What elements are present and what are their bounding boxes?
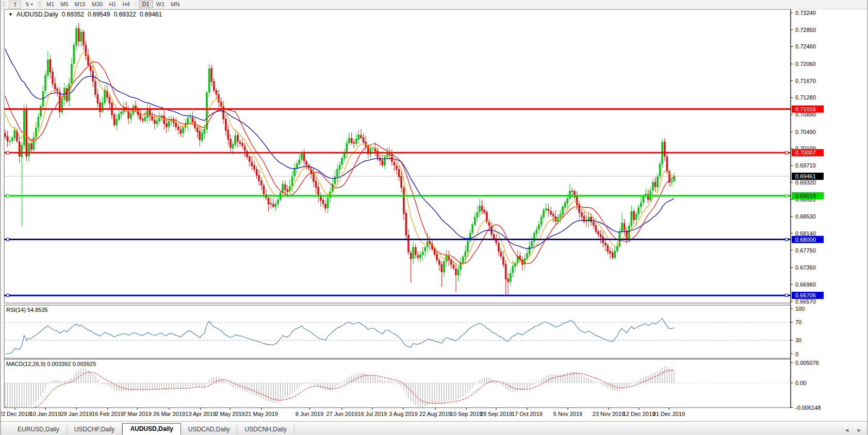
svg-text:0.00: 0.00 [795,380,806,386]
trading-terminal-window: { "toolbar": { "text_tool": "T", "dropdo… [0,0,868,435]
price-axis[interactable]: 0.732400.728500.724600.720600.716700.712… [791,10,824,305]
svg-text:0.69320: 0.69320 [795,179,816,186]
collapse-triangle-icon[interactable]: ▼ [8,12,13,17]
timeframe-w1[interactable]: W1 [153,1,168,8]
text-tool-button[interactable]: T [9,1,21,9]
svg-text:16 Feb 2019: 16 Feb 2019 [92,411,124,417]
svg-text:0.68000: 0.68000 [795,237,816,243]
top-toolbar: T ⇅ ▼ M1 M5 M15 M30 H1 H4 D1 W1 MN [1,0,867,9]
svg-text:22 Aug 2019: 22 Aug 2019 [419,411,451,417]
timeframe-d1[interactable]: D1 [139,1,153,8]
toolbar-separator [136,2,136,8]
tab-usdcnh-daily[interactable]: USDCNH,Daily [237,425,294,434]
svg-text:5 Nov 2019: 5 Nov 2019 [553,411,582,417]
toolbar-grip[interactable] [38,2,41,8]
timeframe-mn[interactable]: MN [168,1,183,8]
svg-text:29 Jan 2019: 29 Jan 2019 [61,411,92,417]
svg-text:23 Nov 2019: 23 Nov 2019 [593,411,625,417]
svg-text:0.66570: 0.66570 [795,298,816,305]
low-value: 0.69322 [113,11,136,18]
svg-text:0.69710: 0.69710 [795,162,816,169]
svg-text:0.68530: 0.68530 [795,213,816,220]
svg-text:0.67350: 0.67350 [795,264,816,271]
svg-text:10 Sep 2019: 10 Sep 2019 [450,411,482,417]
chevron-down-icon: ▼ [30,3,34,6]
chart-title: ▼ AUDUSD,Daily 0.69352 0.69549 0.69322 0… [8,11,162,18]
svg-text:0.70007: 0.70007 [795,149,816,156]
tab-audusd-daily[interactable]: AUDUSD,Daily [122,423,181,435]
svg-text:0.72060: 0.72060 [795,61,816,67]
symbol-tab-bar: EURUSD,Daily USDCHF,Daily AUDUSD,Daily U… [1,421,867,435]
tab-scroll-left-icon[interactable]: ◄ [844,427,849,433]
tab-usdchf-daily[interactable]: USDCHF,Daily [67,425,123,434]
svg-text:0.005076: 0.005076 [795,360,819,366]
svg-text:70: 70 [795,319,801,325]
indicator-cycle-button[interactable]: ⇅ ▼ [23,1,36,9]
svg-text:100: 100 [795,306,805,312]
svg-text:0.67750: 0.67750 [795,247,816,254]
close-value: 0.69461 [140,11,162,18]
timeframe-h1[interactable]: H1 [106,1,119,8]
toolbar-grip[interactable] [3,2,6,8]
svg-text:0.72850: 0.72850 [795,27,816,33]
svg-text:17 Oct 2019: 17 Oct 2019 [512,411,543,417]
svg-text:22 Dec 2018: 22 Dec 2018 [1,411,31,417]
timeframe-m30[interactable]: M30 [89,1,106,8]
tab-eurusd-daily[interactable]: EURUSD,Daily [10,425,67,434]
svg-text:0.68140: 0.68140 [795,230,816,237]
svg-text:2 May 2019: 2 May 2019 [215,411,244,417]
svg-text:12 Dec 2019: 12 Dec 2019 [623,411,655,417]
timeframe-m5[interactable]: M5 [57,1,71,8]
svg-text:0.66960: 0.66960 [795,281,816,288]
svg-text:8 Jun 2019: 8 Jun 2019 [296,411,323,417]
svg-text:10 Jan 2019: 10 Jan 2019 [30,411,61,417]
svg-text:3 Aug 2019: 3 Aug 2019 [389,411,418,417]
timeframe-h4[interactable]: H4 [119,1,133,8]
svg-text:0.71670: 0.71670 [795,78,816,84]
rsi-label: RSI(14) 54.8535 [6,307,48,313]
macd-label: MACD(12,26,9) 0.003392 0.003925 [6,361,96,367]
svg-text:31 Dec 2019: 31 Dec 2019 [653,411,685,417]
svg-text:21 May 2019: 21 May 2019 [245,411,278,417]
svg-text:16 Jul 2019: 16 Jul 2019 [358,411,387,417]
svg-text:7 Mar 2019: 7 Mar 2019 [123,411,152,417]
svg-text:0.71016: 0.71016 [795,106,816,112]
svg-text:0.69461: 0.69461 [795,173,816,179]
timeframe-m15[interactable]: M15 [72,1,89,8]
svg-text:27 Jun 2019: 27 Jun 2019 [326,411,358,417]
indicator-cycle-icon: ⇅ [25,2,29,7]
svg-text:-0.006148: -0.006148 [795,405,821,411]
svg-text:0.73240: 0.73240 [795,10,816,16]
svg-text:30: 30 [795,337,801,343]
svg-text:0.72460: 0.72460 [795,43,816,49]
timeframe-m1[interactable]: M1 [43,1,57,8]
high-value: 0.69549 [88,11,110,18]
price-chart-canvas[interactable]: 0.732400.728500.724600.720600.716700.712… [1,0,868,423]
svg-text:0: 0 [795,351,798,357]
tab-usdcad-daily[interactable]: USDCAD,Daily [181,425,238,434]
svg-text:13 Apr 2019: 13 Apr 2019 [185,411,216,417]
svg-text:0.70490: 0.70490 [795,129,816,135]
svg-text:26 Mar 2019: 26 Mar 2019 [153,411,185,417]
tab-scroll-buttons: ◄ ► [844,427,862,433]
symbol-label: AUDUSD,Daily [17,11,58,18]
svg-text:28 Sep 2019: 28 Sep 2019 [480,411,512,417]
svg-text:0.69010: 0.69010 [795,193,816,199]
svg-text:0.66706: 0.66706 [795,292,816,298]
date-axis[interactable]: 22 Dec 201810 Jan 201929 Jan 201916 Feb … [1,408,685,417]
open-value: 0.69352 [62,11,84,18]
tab-scroll-right-icon[interactable]: ► [857,427,862,433]
svg-text:0.71280: 0.71280 [795,94,816,101]
